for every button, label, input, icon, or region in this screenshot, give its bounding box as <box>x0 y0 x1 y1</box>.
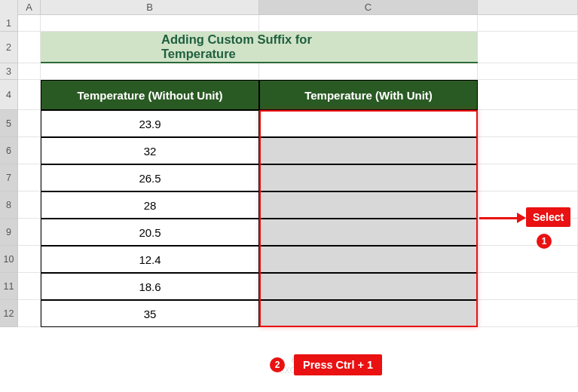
row-header-9[interactable]: 9 <box>0 219 18 246</box>
cell-b10[interactable]: 12.4 <box>41 246 259 273</box>
row-header-8[interactable]: 8 <box>0 191 18 219</box>
row-header-7[interactable]: 7 <box>0 164 18 191</box>
bottom-callout-group: 2 Press Ctrl + 1 <box>270 354 382 375</box>
col-header-a[interactable]: A <box>18 0 41 14</box>
title-text: Adding Custom Suffix for Temperature <box>161 32 380 61</box>
cell-a8[interactable] <box>18 191 41 219</box>
cell-a3[interactable] <box>18 63 41 80</box>
cell-b12[interactable]: 35 <box>41 300 259 327</box>
cell-a5[interactable] <box>18 110 41 137</box>
cell-a12[interactable] <box>18 300 41 327</box>
cell-a10[interactable] <box>18 246 41 273</box>
cell-a6[interactable] <box>18 137 41 164</box>
cell-b9[interactable]: 20.5 <box>41 219 259 246</box>
cell-c8[interactable] <box>259 191 478 219</box>
row-header-3[interactable]: 3 <box>0 63 18 80</box>
cell-a1[interactable] <box>18 15 41 32</box>
cell-c3[interactable] <box>259 63 478 80</box>
select-all-corner[interactable] <box>0 0 18 15</box>
cell-a4[interactable] <box>18 80 41 110</box>
cell-a2[interactable] <box>18 32 41 63</box>
cell-c5[interactable] <box>259 110 478 137</box>
press-ctrl1-callout: Press Ctrl + 1 <box>294 354 382 375</box>
cell-c11[interactable] <box>259 273 478 300</box>
cell-b1[interactable] <box>41 15 259 32</box>
row-header-11[interactable]: 11 <box>0 273 18 300</box>
cell-b8[interactable]: 28 <box>41 191 259 219</box>
cell-b7[interactable]: 26.5 <box>41 164 259 191</box>
row-header-4[interactable]: 4 <box>0 80 18 110</box>
row-header-2[interactable]: 2 <box>0 32 18 63</box>
col-header-b[interactable]: B <box>41 0 259 14</box>
cell-d6[interactable] <box>478 137 578 164</box>
cell-c1[interactable] <box>259 15 478 32</box>
cell-d12[interactable] <box>478 300 578 327</box>
cell-a9[interactable] <box>18 219 41 246</box>
column-headers: A B C <box>0 0 578 15</box>
cell-c9[interactable] <box>259 219 478 246</box>
col-header-c[interactable]: C <box>259 0 478 14</box>
cell-d4[interactable] <box>478 80 578 110</box>
select-callout: Select <box>526 207 570 227</box>
step-badge-2: 2 <box>270 357 285 372</box>
row-header-5[interactable]: 5 <box>0 110 18 137</box>
header-with-unit[interactable]: Temperature (With Unit) <box>259 80 478 110</box>
cell-d10[interactable] <box>478 246 578 273</box>
cell-b11[interactable]: 18.6 <box>41 273 259 300</box>
cell-b5[interactable]: 23.9 <box>41 110 259 137</box>
cell-c10[interactable] <box>259 246 478 273</box>
cell-b6[interactable]: 32 <box>41 137 259 164</box>
cell-a11[interactable] <box>18 273 41 300</box>
col-header-d[interactable] <box>478 0 578 14</box>
cell-d1[interactable] <box>478 15 578 32</box>
row-header-12[interactable]: 12 <box>0 300 18 327</box>
cell-d11[interactable] <box>478 273 578 300</box>
cell-d5[interactable] <box>478 110 578 137</box>
header-without-unit[interactable]: Temperature (Without Unit) <box>41 80 259 110</box>
cell-c7[interactable] <box>259 164 478 191</box>
arrow-icon <box>479 217 524 219</box>
cell-b3[interactable] <box>41 63 259 80</box>
row-header-10[interactable]: 10 <box>0 246 18 273</box>
row-header-6[interactable]: 6 <box>0 137 18 164</box>
row-header-1[interactable]: 1 <box>0 15 18 32</box>
cell-c6[interactable] <box>259 137 478 164</box>
cell-c12[interactable] <box>259 300 478 327</box>
cell-d3[interactable] <box>478 63 578 80</box>
cell-d2[interactable] <box>478 32 578 63</box>
cell-a7[interactable] <box>18 164 41 191</box>
spreadsheet-grid: A B C 1 2 Adding Custom Suffix for Tempe… <box>0 0 578 327</box>
title-cell[interactable]: Adding Custom Suffix for Temperature <box>259 32 478 63</box>
step-badge-1: 1 <box>537 234 552 249</box>
cell-d7[interactable] <box>478 164 578 191</box>
